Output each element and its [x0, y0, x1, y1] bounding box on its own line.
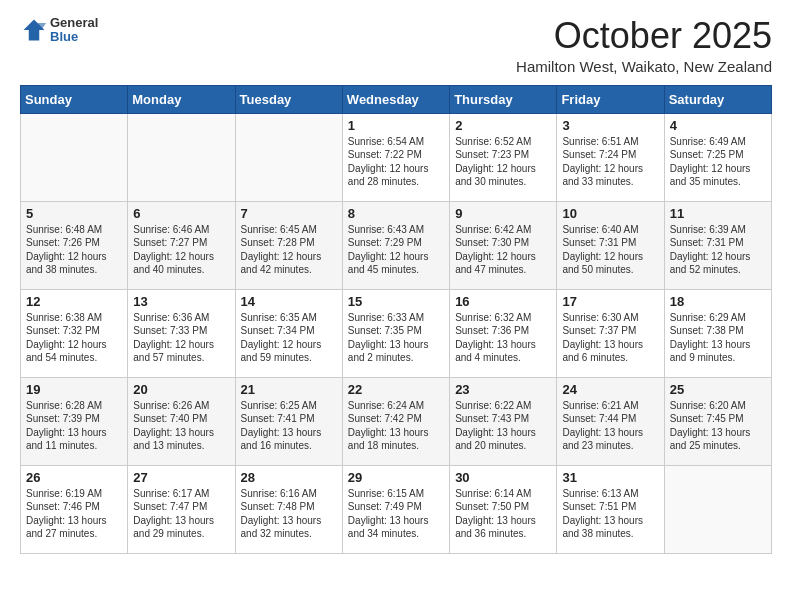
day-info: Sunrise: 6:40 AM Sunset: 7:31 PM Dayligh… — [562, 223, 658, 277]
day-number: 31 — [562, 470, 658, 485]
day-number: 14 — [241, 294, 337, 309]
calendar-cell: 27Sunrise: 6:17 AM Sunset: 7:47 PM Dayli… — [128, 465, 235, 553]
calendar-cell — [235, 113, 342, 201]
calendar-cell: 21Sunrise: 6:25 AM Sunset: 7:41 PM Dayli… — [235, 377, 342, 465]
day-info: Sunrise: 6:30 AM Sunset: 7:37 PM Dayligh… — [562, 311, 658, 365]
weekday-header-row: SundayMondayTuesdayWednesdayThursdayFrid… — [21, 85, 772, 113]
calendar-cell: 18Sunrise: 6:29 AM Sunset: 7:38 PM Dayli… — [664, 289, 771, 377]
calendar-cell: 17Sunrise: 6:30 AM Sunset: 7:37 PM Dayli… — [557, 289, 664, 377]
day-number: 5 — [26, 206, 122, 221]
day-number: 28 — [241, 470, 337, 485]
day-number: 13 — [133, 294, 229, 309]
day-number: 16 — [455, 294, 551, 309]
day-info: Sunrise: 6:21 AM Sunset: 7:44 PM Dayligh… — [562, 399, 658, 453]
calendar-cell: 9Sunrise: 6:42 AM Sunset: 7:30 PM Daylig… — [450, 201, 557, 289]
weekday-header-friday: Friday — [557, 85, 664, 113]
day-number: 6 — [133, 206, 229, 221]
calendar-week-5: 26Sunrise: 6:19 AM Sunset: 7:46 PM Dayli… — [21, 465, 772, 553]
day-info: Sunrise: 6:42 AM Sunset: 7:30 PM Dayligh… — [455, 223, 551, 277]
month-title: October 2025 — [516, 16, 772, 56]
day-number: 9 — [455, 206, 551, 221]
weekday-header-tuesday: Tuesday — [235, 85, 342, 113]
day-info: Sunrise: 6:38 AM Sunset: 7:32 PM Dayligh… — [26, 311, 122, 365]
calendar-week-2: 5Sunrise: 6:48 AM Sunset: 7:26 PM Daylig… — [21, 201, 772, 289]
day-info: Sunrise: 6:43 AM Sunset: 7:29 PM Dayligh… — [348, 223, 444, 277]
calendar-cell — [664, 465, 771, 553]
calendar-cell: 24Sunrise: 6:21 AM Sunset: 7:44 PM Dayli… — [557, 377, 664, 465]
day-number: 17 — [562, 294, 658, 309]
day-info: Sunrise: 6:39 AM Sunset: 7:31 PM Dayligh… — [670, 223, 766, 277]
calendar-cell: 13Sunrise: 6:36 AM Sunset: 7:33 PM Dayli… — [128, 289, 235, 377]
day-number: 26 — [26, 470, 122, 485]
header: General Blue October 2025 Hamilton West,… — [20, 16, 772, 75]
logo-blue-text: Blue — [50, 30, 98, 44]
logo-text: General Blue — [50, 16, 98, 45]
calendar-cell: 19Sunrise: 6:28 AM Sunset: 7:39 PM Dayli… — [21, 377, 128, 465]
calendar-week-1: 1Sunrise: 6:54 AM Sunset: 7:22 PM Daylig… — [21, 113, 772, 201]
calendar-cell: 8Sunrise: 6:43 AM Sunset: 7:29 PM Daylig… — [342, 201, 449, 289]
day-number: 27 — [133, 470, 229, 485]
day-info: Sunrise: 6:26 AM Sunset: 7:40 PM Dayligh… — [133, 399, 229, 453]
day-info: Sunrise: 6:20 AM Sunset: 7:45 PM Dayligh… — [670, 399, 766, 453]
calendar-cell: 23Sunrise: 6:22 AM Sunset: 7:43 PM Dayli… — [450, 377, 557, 465]
day-number: 29 — [348, 470, 444, 485]
calendar-cell: 7Sunrise: 6:45 AM Sunset: 7:28 PM Daylig… — [235, 201, 342, 289]
day-info: Sunrise: 6:45 AM Sunset: 7:28 PM Dayligh… — [241, 223, 337, 277]
calendar-cell — [128, 113, 235, 201]
day-info: Sunrise: 6:48 AM Sunset: 7:26 PM Dayligh… — [26, 223, 122, 277]
calendar-cell — [21, 113, 128, 201]
day-info: Sunrise: 6:32 AM Sunset: 7:36 PM Dayligh… — [455, 311, 551, 365]
day-number: 18 — [670, 294, 766, 309]
calendar-table: SundayMondayTuesdayWednesdayThursdayFrid… — [20, 85, 772, 554]
logo-general-text: General — [50, 16, 98, 30]
day-info: Sunrise: 6:29 AM Sunset: 7:38 PM Dayligh… — [670, 311, 766, 365]
calendar-cell: 28Sunrise: 6:16 AM Sunset: 7:48 PM Dayli… — [235, 465, 342, 553]
calendar-cell: 5Sunrise: 6:48 AM Sunset: 7:26 PM Daylig… — [21, 201, 128, 289]
calendar-week-4: 19Sunrise: 6:28 AM Sunset: 7:39 PM Dayli… — [21, 377, 772, 465]
day-info: Sunrise: 6:33 AM Sunset: 7:35 PM Dayligh… — [348, 311, 444, 365]
day-info: Sunrise: 6:36 AM Sunset: 7:33 PM Dayligh… — [133, 311, 229, 365]
calendar-week-3: 12Sunrise: 6:38 AM Sunset: 7:32 PM Dayli… — [21, 289, 772, 377]
day-number: 30 — [455, 470, 551, 485]
calendar-cell: 11Sunrise: 6:39 AM Sunset: 7:31 PM Dayli… — [664, 201, 771, 289]
day-info: Sunrise: 6:28 AM Sunset: 7:39 PM Dayligh… — [26, 399, 122, 453]
day-number: 22 — [348, 382, 444, 397]
calendar-cell: 3Sunrise: 6:51 AM Sunset: 7:24 PM Daylig… — [557, 113, 664, 201]
calendar-cell: 20Sunrise: 6:26 AM Sunset: 7:40 PM Dayli… — [128, 377, 235, 465]
calendar-cell: 29Sunrise: 6:15 AM Sunset: 7:49 PM Dayli… — [342, 465, 449, 553]
day-number: 19 — [26, 382, 122, 397]
day-info: Sunrise: 6:15 AM Sunset: 7:49 PM Dayligh… — [348, 487, 444, 541]
calendar-cell: 25Sunrise: 6:20 AM Sunset: 7:45 PM Dayli… — [664, 377, 771, 465]
weekday-header-monday: Monday — [128, 85, 235, 113]
calendar-cell: 22Sunrise: 6:24 AM Sunset: 7:42 PM Dayli… — [342, 377, 449, 465]
day-number: 3 — [562, 118, 658, 133]
day-number: 20 — [133, 382, 229, 397]
calendar-cell: 26Sunrise: 6:19 AM Sunset: 7:46 PM Dayli… — [21, 465, 128, 553]
day-number: 15 — [348, 294, 444, 309]
day-number: 1 — [348, 118, 444, 133]
day-info: Sunrise: 6:17 AM Sunset: 7:47 PM Dayligh… — [133, 487, 229, 541]
calendar-cell: 12Sunrise: 6:38 AM Sunset: 7:32 PM Dayli… — [21, 289, 128, 377]
day-number: 24 — [562, 382, 658, 397]
calendar-cell: 30Sunrise: 6:14 AM Sunset: 7:50 PM Dayli… — [450, 465, 557, 553]
title-section: October 2025 Hamilton West, Waikato, New… — [516, 16, 772, 75]
day-info: Sunrise: 6:52 AM Sunset: 7:23 PM Dayligh… — [455, 135, 551, 189]
day-info: Sunrise: 6:54 AM Sunset: 7:22 PM Dayligh… — [348, 135, 444, 189]
day-number: 7 — [241, 206, 337, 221]
page: General Blue October 2025 Hamilton West,… — [0, 0, 792, 612]
weekday-header-saturday: Saturday — [664, 85, 771, 113]
day-number: 21 — [241, 382, 337, 397]
day-number: 25 — [670, 382, 766, 397]
calendar-cell: 4Sunrise: 6:49 AM Sunset: 7:25 PM Daylig… — [664, 113, 771, 201]
day-number: 10 — [562, 206, 658, 221]
weekday-header-wednesday: Wednesday — [342, 85, 449, 113]
day-info: Sunrise: 6:46 AM Sunset: 7:27 PM Dayligh… — [133, 223, 229, 277]
day-info: Sunrise: 6:49 AM Sunset: 7:25 PM Dayligh… — [670, 135, 766, 189]
calendar-cell: 15Sunrise: 6:33 AM Sunset: 7:35 PM Dayli… — [342, 289, 449, 377]
day-number: 23 — [455, 382, 551, 397]
weekday-header-thursday: Thursday — [450, 85, 557, 113]
day-number: 2 — [455, 118, 551, 133]
weekday-header-sunday: Sunday — [21, 85, 128, 113]
day-info: Sunrise: 6:24 AM Sunset: 7:42 PM Dayligh… — [348, 399, 444, 453]
calendar-cell: 16Sunrise: 6:32 AM Sunset: 7:36 PM Dayli… — [450, 289, 557, 377]
